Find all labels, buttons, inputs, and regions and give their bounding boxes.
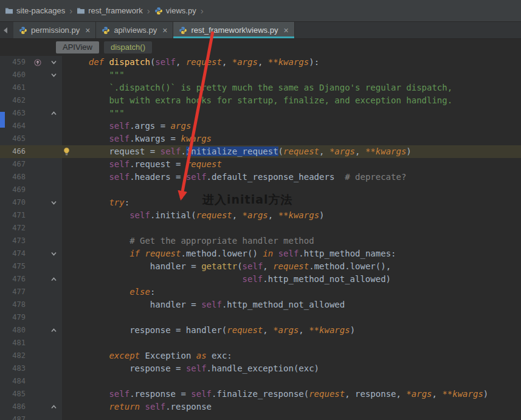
line-number[interactable]: 479 bbox=[0, 311, 30, 324]
tab-rest-framework-views-py[interactable]: rest_framework\views.py× bbox=[173, 22, 294, 38]
breadcrumb-item-rest-framework[interactable]: rest_framework bbox=[77, 6, 143, 15]
line-number[interactable]: 486 bbox=[0, 401, 30, 413]
close-icon[interactable]: × bbox=[162, 26, 167, 35]
line-number[interactable]: 464 bbox=[0, 120, 30, 133]
line-number[interactable]: 477 bbox=[0, 286, 30, 298]
line-number[interactable]: 481 bbox=[0, 337, 30, 349]
code-token: request bbox=[186, 159, 222, 169]
code-line[interactable]: else: bbox=[62, 286, 521, 298]
code-token: self bbox=[109, 134, 129, 143]
line-number[interactable]: 459 bbox=[0, 56, 30, 69]
code-line[interactable]: def dispatch(self, request, *args, **kwa… bbox=[62, 56, 521, 69]
fold-up-icon[interactable] bbox=[45, 324, 62, 337]
fold-down-icon[interactable] bbox=[45, 196, 62, 209]
line-number[interactable]: 475 bbox=[0, 260, 30, 273]
line-number[interactable]: 463 bbox=[0, 107, 30, 120]
code-line[interactable]: if request.method.lower() in self.http_m… bbox=[62, 247, 521, 260]
fold-up-icon[interactable] bbox=[45, 273, 62, 286]
code-token bbox=[68, 198, 109, 207]
code-line[interactable]: self.http_method_not_allowed) bbox=[62, 273, 521, 286]
editor-line: 463 """ bbox=[0, 107, 521, 120]
code-line[interactable] bbox=[62, 222, 521, 235]
fold-cell bbox=[45, 120, 62, 133]
tab-api-views-py[interactable]: api\views.py× bbox=[96, 22, 173, 38]
code-line[interactable]: response = handler(request, *args, **kwa… bbox=[62, 324, 521, 337]
line-number[interactable]: 469 bbox=[0, 184, 30, 196]
code-line[interactable]: handler = getattr(self, request.method.l… bbox=[62, 260, 521, 273]
code-line[interactable]: `.dispatch()` is pretty much the same as… bbox=[62, 81, 521, 94]
code-line[interactable] bbox=[62, 337, 521, 349]
gutter-icon-cell bbox=[30, 298, 45, 311]
code-token: except bbox=[109, 351, 145, 360]
close-icon[interactable]: × bbox=[85, 26, 90, 35]
line-number[interactable]: 461 bbox=[0, 81, 30, 94]
line-number[interactable]: 480 bbox=[0, 324, 30, 337]
tab-permission-py[interactable]: permission.py× bbox=[13, 22, 96, 38]
line-number[interactable]: 472 bbox=[0, 222, 30, 235]
folder-icon bbox=[77, 7, 85, 15]
line-number[interactable]: 476 bbox=[0, 273, 30, 286]
line-number[interactable]: 487 bbox=[0, 413, 30, 420]
code-line[interactable] bbox=[62, 311, 521, 324]
code-line[interactable]: self.headers = self.default_response_hea… bbox=[62, 171, 521, 184]
line-number[interactable]: 467 bbox=[0, 158, 30, 171]
override-icon[interactable] bbox=[30, 56, 45, 69]
code-line[interactable]: except Exception as exc: bbox=[62, 349, 521, 362]
context-chip-apiview[interactable]: APIView bbox=[56, 41, 99, 53]
line-number[interactable]: 473 bbox=[0, 235, 30, 247]
editor[interactable]: 459 def dispatch(self, request, *args, *… bbox=[0, 56, 521, 420]
line-number[interactable]: 485 bbox=[0, 388, 30, 401]
code-line[interactable]: self.args = args bbox=[62, 120, 521, 133]
close-icon[interactable]: × bbox=[283, 26, 288, 35]
code-token: **kwargs bbox=[268, 57, 309, 67]
breadcrumb-item-site-packages[interactable]: site-packages bbox=[5, 6, 65, 15]
editor-line: 471 self.initial(request, *args, **kwarg… bbox=[0, 209, 521, 222]
line-number[interactable]: 468 bbox=[0, 171, 30, 184]
line-number[interactable]: 466 bbox=[0, 145, 30, 158]
code-line[interactable]: self.response = self.finalize_response(r… bbox=[62, 388, 521, 401]
code-token: , bbox=[258, 57, 268, 67]
line-number[interactable]: 483 bbox=[0, 362, 30, 375]
code-token: , bbox=[222, 57, 232, 67]
code-line[interactable]: but with extra hooks for startup, finali… bbox=[62, 94, 521, 107]
gutter-icon-cell bbox=[30, 107, 45, 120]
line-number[interactable]: 478 bbox=[0, 298, 30, 311]
code-line[interactable]: handler = self.http_method_not_allowed bbox=[62, 298, 521, 311]
line-number[interactable]: 474 bbox=[0, 247, 30, 260]
code-line[interactable]: # Get the appropriate handler method bbox=[62, 235, 521, 247]
code-line[interactable] bbox=[62, 413, 521, 420]
context-chip-dispatch[interactable]: dispatch() bbox=[104, 41, 152, 53]
code-line[interactable]: return self.response bbox=[62, 401, 521, 413]
code-line[interactable]: response = self.handle_exception(exc) bbox=[62, 362, 521, 375]
code-line[interactable]: request = self.initialize_request(reques… bbox=[62, 145, 521, 158]
code-token: but with extra hooks for startup, finali… bbox=[68, 95, 452, 105]
code-line[interactable]: self.initial(request, *args, **kwargs) bbox=[62, 209, 521, 222]
code-token: handler = bbox=[68, 261, 201, 271]
code-line[interactable] bbox=[62, 375, 521, 388]
line-number[interactable]: 465 bbox=[0, 133, 30, 145]
fold-up-icon[interactable] bbox=[45, 401, 62, 413]
fold-up-icon[interactable] bbox=[45, 107, 62, 120]
breadcrumb-item-views-py[interactable]: views.py bbox=[154, 6, 196, 15]
fold-down-icon[interactable] bbox=[45, 56, 62, 69]
code-line[interactable]: """ bbox=[62, 107, 521, 120]
code-token: .kwargs = bbox=[129, 134, 181, 143]
fold-down-icon[interactable] bbox=[45, 247, 62, 260]
code-line[interactable]: self.kwargs = kwargs bbox=[62, 133, 521, 145]
line-number[interactable]: 470 bbox=[0, 196, 30, 209]
line-number[interactable]: 484 bbox=[0, 375, 30, 388]
code-token bbox=[68, 236, 129, 246]
line-number[interactable]: 460 bbox=[0, 69, 30, 81]
code-line[interactable]: """ bbox=[62, 69, 521, 81]
gutter-icon-cell bbox=[30, 81, 45, 94]
line-number[interactable]: 482 bbox=[0, 349, 30, 362]
line-number[interactable]: 471 bbox=[0, 209, 30, 222]
tab-scroll-left-icon[interactable] bbox=[4, 27, 7, 33]
line-number[interactable]: 462 bbox=[0, 94, 30, 107]
code-line[interactable]: self.request = request bbox=[62, 158, 521, 171]
fold-down-icon[interactable] bbox=[45, 69, 62, 81]
fold-cell bbox=[45, 311, 62, 324]
code-token: *args bbox=[232, 57, 258, 67]
code-token: self bbox=[186, 172, 207, 182]
fold-cell bbox=[45, 413, 62, 420]
